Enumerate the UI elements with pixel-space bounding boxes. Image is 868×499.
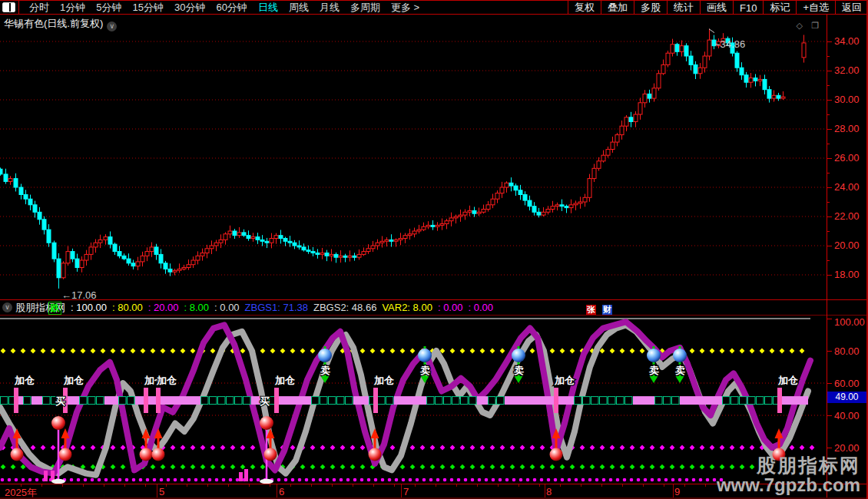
candle — [477, 212, 481, 213]
period-button[interactable]: 分时 — [24, 1, 55, 15]
period-button[interactable]: 日线 — [253, 1, 283, 15]
indicator-header-value: : 80.00 — [112, 302, 143, 313]
candle — [583, 197, 587, 202]
candle — [495, 193, 499, 200]
axis-minor-tick — [827, 144, 830, 144]
annotation-pointer — [709, 29, 714, 33]
toolbar-button[interactable]: F10 — [733, 1, 763, 14]
candle — [684, 46, 688, 56]
period-button[interactable]: 周线 — [283, 1, 314, 15]
candle — [366, 249, 370, 252]
sell-arrow-head — [676, 376, 684, 383]
candle — [302, 247, 306, 250]
candle — [330, 254, 333, 256]
main-chart-panel[interactable]: 华锡有色(日线.前复权)∨ ◇ ❐ 34.0032.0030.0028.0026… — [0, 15, 868, 300]
candle — [385, 240, 389, 241]
zhang-badge: 张 — [586, 305, 596, 315]
price-axis-label: 22.00 — [834, 210, 860, 222]
indicator-header-value: : 8.00 — [184, 302, 210, 313]
toolbar-button[interactable]: 标记 — [763, 1, 796, 14]
candle — [164, 263, 167, 269]
toolbar-button[interactable]: 多股 — [634, 1, 667, 14]
ribbon-cell — [88, 397, 96, 405]
indicator-header-value: : 0.00 — [468, 302, 493, 313]
window-split-icon[interactable] — [2, 2, 15, 12]
buy-sphere — [550, 448, 563, 461]
candle — [671, 45, 674, 53]
indicator-panel[interactable]: 加仓加仓加仓加仓加仓加仓加仓加仓买买卖卖卖卖卖 100.0080.0060.00… — [0, 316, 868, 484]
candle — [436, 225, 439, 226]
jiacang-bar — [274, 388, 279, 413]
jiacang-label: 加仓 — [373, 375, 394, 386]
time-tick — [601, 484, 602, 487]
candle — [528, 200, 532, 207]
candle — [150, 247, 154, 252]
candle — [802, 43, 806, 58]
sell-label: 卖 — [649, 365, 659, 376]
period-button[interactable]: 1分钟 — [55, 1, 91, 15]
chart-corner-icons[interactable]: ◇ ❐ — [797, 21, 822, 31]
toolbar-button[interactable]: 画线 — [700, 1, 733, 14]
sell-sphere — [647, 349, 661, 362]
ribbon-solid-segment — [277, 396, 311, 405]
candle — [486, 205, 490, 210]
candle — [468, 210, 472, 212]
candle — [187, 265, 190, 268]
toolbar-button[interactable]: 返回 — [835, 1, 868, 14]
axis-tick — [827, 129, 832, 130]
buy-sphere — [264, 448, 277, 461]
indicator-collapse-icon[interactable]: ∨ — [2, 302, 12, 312]
candle — [274, 236, 278, 239]
ribbon-cell — [378, 397, 386, 405]
candle — [279, 236, 283, 239]
candle — [196, 256, 200, 260]
candle — [620, 126, 624, 134]
ribbon-cell — [119, 397, 127, 405]
period-button[interactable]: 月线 — [314, 1, 345, 15]
axis-tick — [827, 448, 832, 448]
candle — [588, 179, 591, 198]
period-button[interactable]: 多周期 — [345, 1, 386, 15]
indicator-header-value: ZBGS1: 71.38 — [245, 302, 308, 313]
jiacang-bar — [144, 388, 148, 413]
axis-tick — [827, 351, 832, 352]
period-button[interactable]: 15分钟 — [127, 1, 168, 15]
candle — [141, 256, 144, 262]
toolbar-button[interactable]: +自选 — [796, 1, 835, 14]
candle — [459, 215, 462, 216]
period-button[interactable]: 更多 > — [386, 1, 425, 15]
ribbon-cell — [320, 397, 328, 405]
stock-title: 华锡有色(日线.前复权)∨ — [4, 17, 117, 31]
buy-arrow-shaft — [65, 438, 67, 448]
buy-arrow-shaft — [16, 438, 18, 448]
time-tick — [104, 484, 104, 487]
axis-tick — [827, 71, 832, 71]
toolbar-button[interactable]: 复权 — [568, 1, 601, 14]
toolbar-button[interactable]: 叠加 — [601, 1, 634, 14]
candle — [542, 212, 545, 215]
candle — [758, 79, 762, 81]
candle — [445, 221, 449, 224]
time-tick — [207, 484, 208, 487]
price-axis-label: 26.00 — [834, 152, 860, 164]
period-button[interactable]: 5分钟 — [91, 1, 127, 15]
volume-bar — [244, 469, 248, 481]
candle — [136, 262, 140, 266]
candle — [311, 252, 315, 253]
diamond-level-line — [1, 445, 815, 451]
candle — [57, 259, 61, 278]
period-button[interactable]: 60分钟 — [210, 1, 252, 15]
candle — [61, 263, 65, 278]
level-100-line — [0, 319, 810, 319]
candle — [514, 186, 518, 190]
candle — [210, 246, 214, 249]
chevron-down-icon[interactable]: ∨ — [107, 21, 117, 31]
axis-tick — [827, 158, 832, 159]
toolbar-button[interactable]: 统计 — [667, 1, 700, 14]
toolbar-actions: 复权叠加多股统计画线F10标记+自选返回 — [568, 1, 868, 14]
ribbon-cell — [227, 397, 234, 405]
candle — [551, 207, 555, 210]
price-axis-label: 24.00 — [834, 181, 860, 193]
period-button[interactable]: 30分钟 — [169, 1, 210, 15]
time-axis-label: 8 — [546, 486, 552, 497]
